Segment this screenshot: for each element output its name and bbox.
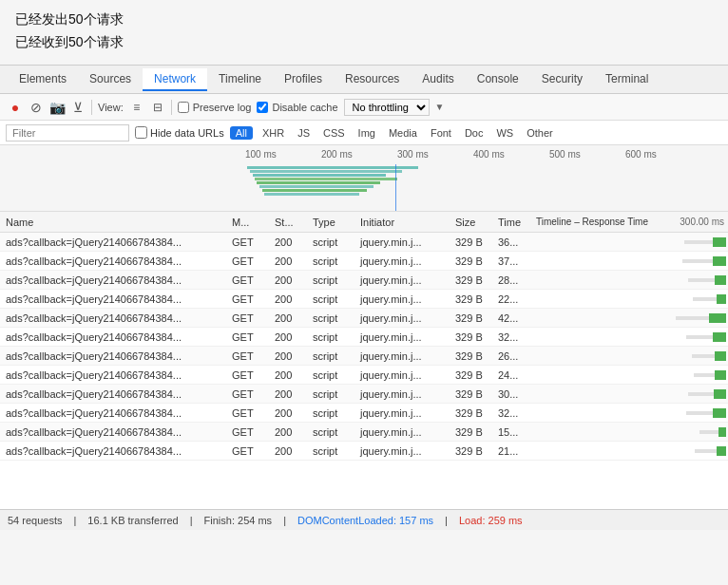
hide-data-urls-checkbox[interactable] xyxy=(135,126,147,139)
tab-security[interactable]: Security xyxy=(530,68,594,91)
status-load: Load: 259 ms xyxy=(459,515,523,526)
status-dom-loaded: DOMContentLoaded: 157 ms xyxy=(297,515,433,526)
header-status[interactable]: St... xyxy=(271,217,309,228)
table-row[interactable]: ads?callback=jQuery214066784384... GET 2… xyxy=(0,442,728,461)
table-row[interactable]: ads?callback=jQuery214066784384... GET 2… xyxy=(0,252,728,271)
status-finish: Finish: 254 ms xyxy=(204,515,273,526)
table-row[interactable]: ads?callback=jQuery214066784384... GET 2… xyxy=(0,385,728,404)
filter-font-button[interactable]: Font xyxy=(427,126,455,140)
status-separator3: | xyxy=(283,515,286,526)
preserve-log-group: Preserve log xyxy=(178,102,252,113)
header-timeline-label: Timeline – Response Time xyxy=(536,217,648,227)
waterfall-header: 100 ms 200 ms 300 ms 400 ms 500 ms 600 m… xyxy=(0,145,728,212)
header-size[interactable]: Size xyxy=(451,217,494,228)
tab-bar: Elements Sources Network Timeline Profil… xyxy=(0,66,728,94)
header-name[interactable]: Name xyxy=(0,217,228,228)
top-line1: 已经发出50个请求 xyxy=(15,11,713,28)
filter-doc-button[interactable]: Doc xyxy=(461,126,488,140)
status-bar: 54 requests | 16.1 KB transferred | Fini… xyxy=(0,509,728,530)
status-separator4: | xyxy=(445,515,448,526)
timeline-bar-1 xyxy=(532,233,728,251)
filter-all-button[interactable]: All xyxy=(230,126,253,140)
toolbar: ● ⊘ 📷 ⊻ View: ≡ ⊟ Preserve log Disable c… xyxy=(0,94,728,121)
status-separator2: | xyxy=(190,515,193,526)
header-time[interactable]: Time xyxy=(494,217,532,228)
toolbar-separator2 xyxy=(171,100,172,115)
hide-data-urls-label: Hide data URLs xyxy=(150,127,224,139)
table-row[interactable]: ads?callback=jQuery214066784384... GET 2… xyxy=(0,328,728,347)
time-label-600: 600 ms xyxy=(625,149,657,160)
tab-resources[interactable]: Resources xyxy=(334,68,411,91)
filter-input[interactable] xyxy=(6,124,129,142)
table-row[interactable]: ads?callback=jQuery214066784384... GET 2… xyxy=(0,309,728,328)
time-labels-row: 100 ms 200 ms 300 ms 400 ms 500 ms 600 m… xyxy=(0,149,728,164)
filter-js-button[interactable]: JS xyxy=(294,126,314,140)
top-line2: 已经收到50个请求 xyxy=(15,34,713,51)
tab-terminal[interactable]: Terminal xyxy=(594,68,660,91)
throttle-select[interactable]: No throttling xyxy=(344,99,430,116)
timeline-bar-11 xyxy=(532,423,728,441)
status-separator1: | xyxy=(73,515,76,526)
table-row[interactable]: ads?callback=jQuery214066784384... GET 2… xyxy=(0,423,728,442)
list-view-btn[interactable]: ≡ xyxy=(129,100,144,115)
timeline-bar-4 xyxy=(532,290,728,308)
filter-css-button[interactable]: CSS xyxy=(319,126,349,140)
stop-button[interactable]: ⊘ xyxy=(29,100,44,115)
tab-network[interactable]: Network xyxy=(143,68,207,91)
time-label-400: 400 ms xyxy=(473,149,505,160)
tab-console[interactable]: Console xyxy=(466,68,530,91)
tab-elements[interactable]: Elements xyxy=(8,68,78,91)
devtools-panel: Elements Sources Network Timeline Profil… xyxy=(0,65,728,530)
filter-media-button[interactable]: Media xyxy=(385,126,421,140)
timeline-bar-2 xyxy=(532,252,728,270)
table-row[interactable]: ads?callback=jQuery214066784384... GET 2… xyxy=(0,404,728,423)
vertical-marker xyxy=(395,164,396,211)
timeline-bar-10 xyxy=(532,404,728,422)
table-row[interactable]: ads?callback=jQuery214066784384... GET 2… xyxy=(0,347,728,366)
mini-waterfall-area xyxy=(245,164,728,211)
table-row[interactable]: ads?callback=jQuery214066784384... GET 2… xyxy=(0,233,728,252)
filter-bar: Hide data URLs All XHR JS CSS Img Media … xyxy=(0,121,728,145)
network-table[interactable]: Name M... St... Type Initiator Size Time… xyxy=(0,212,728,509)
filter-ws-button[interactable]: WS xyxy=(492,126,517,140)
disable-cache-group: Disable cache xyxy=(257,102,337,113)
record-button[interactable]: ● xyxy=(8,100,23,115)
waterfall-view-btn[interactable]: ⊟ xyxy=(150,100,165,115)
time-label-100: 100 ms xyxy=(245,149,277,160)
tab-audits[interactable]: Audits xyxy=(411,68,465,91)
status-requests: 54 requests xyxy=(8,515,62,526)
hide-data-urls-group: Hide data URLs xyxy=(135,126,224,139)
time-label-300: 300 ms xyxy=(397,149,429,160)
header-timeline[interactable]: Timeline – Response Time 300.00 ms xyxy=(532,217,728,227)
header-type[interactable]: Type xyxy=(309,217,356,228)
header-initiator[interactable]: Initiator xyxy=(356,217,451,228)
time-label-200: 200 ms xyxy=(321,149,353,160)
table-row[interactable]: ads?callback=jQuery214066784384... GET 2… xyxy=(0,271,728,290)
header-method[interactable]: M... xyxy=(228,217,271,228)
toolbar-separator1 xyxy=(91,100,92,115)
filter-other-button[interactable]: Other xyxy=(523,126,557,140)
throttle-arrow: ▼ xyxy=(435,102,445,112)
tab-timeline[interactable]: Timeline xyxy=(207,68,273,91)
timeline-bar-8 xyxy=(532,366,728,384)
status-transferred: 16.1 KB transferred xyxy=(87,515,178,526)
timeline-bar-6 xyxy=(532,328,728,346)
top-section: 已经发出50个请求 已经收到50个请求 xyxy=(0,0,728,65)
tab-profiles[interactable]: Profiles xyxy=(273,68,334,91)
table-row[interactable]: ads?callback=jQuery214066784384... GET 2… xyxy=(0,366,728,385)
timeline-bar-7 xyxy=(532,347,728,365)
preserve-log-checkbox[interactable] xyxy=(178,102,189,113)
disable-cache-label: Disable cache xyxy=(272,102,337,113)
filter-button[interactable]: ⊻ xyxy=(70,100,86,115)
preserve-log-label: Preserve log xyxy=(193,102,252,113)
filter-img-button[interactable]: Img xyxy=(354,126,379,140)
table-header: Name M... St... Type Initiator Size Time… xyxy=(0,212,728,233)
tab-sources[interactable]: Sources xyxy=(78,68,143,91)
table-row[interactable]: ads?callback=jQuery214066784384... GET 2… xyxy=(0,290,728,309)
header-timeline-300: 300.00 ms xyxy=(680,217,724,227)
disable-cache-checkbox[interactable] xyxy=(257,102,268,113)
timeline-bar-12 xyxy=(532,442,728,460)
filter-xhr-button[interactable]: XHR xyxy=(259,126,288,140)
camera-button[interactable]: 📷 xyxy=(49,100,65,115)
time-label-500: 500 ms xyxy=(549,149,581,160)
